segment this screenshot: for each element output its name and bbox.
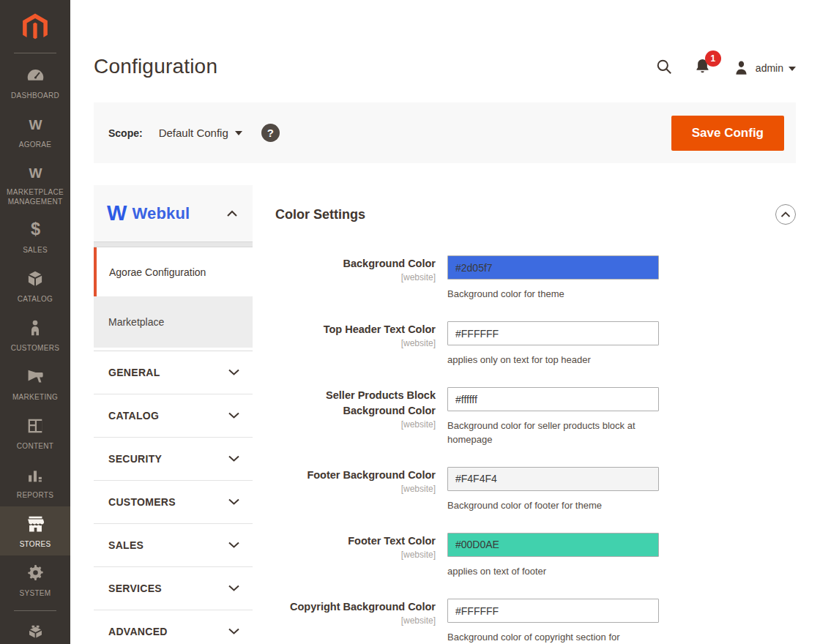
chart-bars-icon <box>26 465 45 485</box>
person-icon <box>26 318 45 338</box>
config-section-label: CUSTOMERS <box>108 496 176 508</box>
chevron-down-icon <box>228 625 240 638</box>
chevron-up-icon <box>780 211 791 218</box>
field-label: Copyright Background Color <box>275 599 436 615</box>
scope-tag: [website] <box>275 272 436 282</box>
field-top-header-text-color: Top Header Text Color [website] applies … <box>275 321 796 367</box>
scope-tag: [website] <box>275 338 436 348</box>
magento-logo[interactable] <box>0 0 70 47</box>
settings-panel: Color Settings Background Color [website… <box>275 185 796 644</box>
sidebar-item-label: REPORTS <box>17 490 53 500</box>
sidebar-item-sales[interactable]: $ SALES <box>0 212 70 261</box>
color-value-input[interactable] <box>447 533 659 557</box>
field-label: Background Color <box>275 256 436 272</box>
color-value-input[interactable] <box>447 255 659 280</box>
admin-sidebar: DASHBOARD W AGORAE W MARKETPLACE MANAGEM… <box>0 0 70 644</box>
sidebar-item-label: AGORAE <box>19 140 52 149</box>
sidebar-item-label: SYSTEM <box>20 588 51 598</box>
chevron-down-icon <box>789 67 796 71</box>
settings-fields: Background Color [website] Background co… <box>275 255 796 644</box>
sidebar-item-reports[interactable]: REPORTS <box>0 457 70 506</box>
color-value-input[interactable] <box>447 467 659 491</box>
search-icon[interactable] <box>655 58 673 78</box>
scope-tag: [website] <box>275 550 436 560</box>
collapse-section-button[interactable] <box>775 204 796 225</box>
config-section-general[interactable]: GENERAL <box>94 351 253 394</box>
webkul-vendor-name: Webkul <box>132 204 190 223</box>
config-section-label: SERVICES <box>108 583 162 594</box>
color-value-input[interactable] <box>447 321 659 345</box>
admin-account-menu[interactable]: admin <box>732 59 796 77</box>
user-avatar-icon <box>732 59 750 77</box>
page-title: Configuration <box>94 55 217 78</box>
sidebar-item-catalog[interactable]: CATALOG <box>0 261 70 310</box>
settings-section-title: Color Settings <box>275 207 365 222</box>
webkul-logo-icon: W <box>107 203 127 224</box>
svg-text:W: W <box>29 117 42 132</box>
field-label: Top Header Text Color <box>275 322 436 337</box>
scope-tag: [website] <box>275 484 436 494</box>
scope-tag: [website] <box>275 615 436 626</box>
sidebar-item-content[interactable]: CONTENT <box>0 408 70 457</box>
config-section-sales[interactable]: SALES <box>94 524 253 567</box>
field-note: Background color of footer for theme <box>447 499 656 512</box>
sidebar-item-label: MARKETING <box>12 392 58 402</box>
field-background-color: Background Color [website] Background co… <box>275 255 796 301</box>
sidebar-item-label: SALES <box>23 245 48 255</box>
sidebar-item-label: DASHBOARD <box>11 91 59 100</box>
config-section-label: ADVANCED <box>108 626 168 637</box>
dashboard-icon <box>26 65 45 86</box>
scope-tag: [website] <box>275 419 436 430</box>
webkul-section-header[interactable]: W Webkul <box>94 185 253 242</box>
sidebar-item-marketing[interactable]: MARKETING <box>0 359 70 408</box>
megaphone-icon <box>26 367 45 387</box>
config-nav-item-marketplace[interactable]: Marketplace <box>94 296 253 348</box>
scope-value: Default Config <box>159 127 228 139</box>
page-icon <box>26 416 45 436</box>
notification-count-badge: 1 <box>705 50 721 67</box>
sidebar-item-label: MARKETPLACE MANAGEMENT <box>2 187 68 206</box>
sidebar-item-system[interactable]: SYSTEM <box>0 555 70 604</box>
sidebar-divider <box>14 53 56 53</box>
sidebar-item-agorae[interactable]: W AGORAE <box>0 107 70 156</box>
config-section-services[interactable]: SERVICES <box>94 567 253 610</box>
config-section-catalog[interactable]: CATALOG <box>94 394 253 438</box>
webkul-w-icon: W <box>26 162 45 182</box>
color-value-input[interactable] <box>447 387 659 411</box>
svg-text:W: W <box>29 165 42 180</box>
shop-icon <box>25 514 46 534</box>
config-nav-item-label: Marketplace <box>108 316 164 328</box>
field-note: Background color of copyright section fo… <box>447 631 656 644</box>
config-section-security[interactable]: SECURITY <box>94 438 253 481</box>
field-note: applies on text of footer <box>447 565 656 578</box>
extensions-icon <box>26 621 45 642</box>
scope-label: Scope: <box>108 127 143 139</box>
sidebar-item-label: CUSTOMERS <box>11 343 59 353</box>
sidebar-item-label: CATALOG <box>18 294 53 304</box>
config-section-advanced[interactable]: ADVANCED <box>94 610 253 644</box>
config-nav-sections: GENERAL CATALOG SECURITY CUSTOMERS SALES… <box>94 351 253 644</box>
chevron-down-icon <box>228 582 240 595</box>
chevron-down-icon <box>228 409 240 422</box>
config-nav-items: Agorae Configuration Marketplace <box>94 247 253 348</box>
config-nav-item-agorae-configuration[interactable]: Agorae Configuration <box>94 247 253 296</box>
color-value-input[interactable] <box>447 599 659 623</box>
scope-bar: Scope: Default Config ? Save Config <box>94 102 796 163</box>
notifications-bell-icon[interactable]: 1 <box>693 57 712 78</box>
sidebar-item-dashboard[interactable]: DASHBOARD <box>0 58 70 107</box>
scope-selector[interactable]: Default Config <box>159 127 242 139</box>
help-icon[interactable]: ? <box>261 124 280 142</box>
field-label: Footer Text Color <box>275 533 436 549</box>
save-config-button[interactable]: Save Config <box>671 116 784 151</box>
field-footer-text-color: Footer Text Color [website] applies on t… <box>275 533 796 578</box>
sidebar-nav: DASHBOARD W AGORAE W MARKETPLACE MANAGEM… <box>0 58 70 644</box>
sidebar-item-stores[interactable]: STORES <box>0 506 70 555</box>
sidebar-item-find-partners-extensions[interactable]: FIND PARTNERS & EXTENSIONS <box>0 615 70 644</box>
config-section-customers[interactable]: CUSTOMERS <box>94 481 253 524</box>
svg-text:$: $ <box>30 220 40 239</box>
sidebar-item-marketplace-management[interactable]: W MARKETPLACE MANAGEMENT <box>0 156 70 212</box>
box-icon <box>26 269 45 289</box>
gear-icon <box>26 563 45 583</box>
sidebar-item-customers[interactable]: CUSTOMERS <box>0 310 70 359</box>
config-nav: W Webkul Agorae Configuration Marketplac… <box>94 185 253 644</box>
